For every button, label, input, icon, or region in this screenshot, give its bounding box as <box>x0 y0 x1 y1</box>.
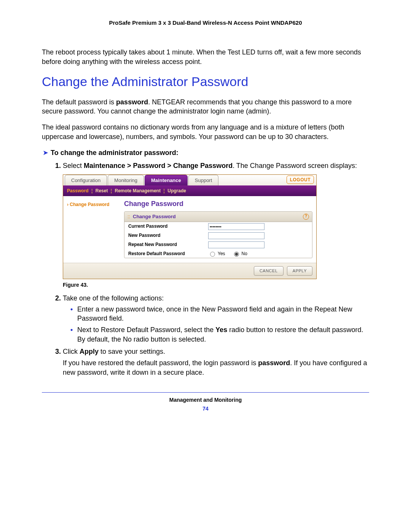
tab-support[interactable]: Support <box>188 175 219 185</box>
intro-paragraph: The reboot process typically takes about… <box>42 48 369 66</box>
change-password-panel: :: Change Password ? Current Password Ne… <box>124 211 312 258</box>
tab-configuration[interactable]: Configuration <box>65 175 107 185</box>
figure-caption: Figure 43. <box>63 281 369 289</box>
cancel-button[interactable]: CANCEL <box>254 266 284 276</box>
text-bold: Apply <box>80 348 99 355</box>
label-repeat-new-password: Repeat New Password <box>128 241 208 248</box>
text-bold: Yes <box>215 326 227 334</box>
subnav-remote-management[interactable]: Remote Management <box>115 188 161 193</box>
text-fragment: . The Change Password screen displays: <box>233 162 357 169</box>
button-row: CANCEL APPLY <box>63 263 316 279</box>
step-3-note: If you have restored the default passwor… <box>63 358 369 377</box>
text-bold: Maintenance > Password > Change Password <box>84 162 233 169</box>
text-fragment: Take one of the following actions: <box>63 294 164 302</box>
step-3: Click Apply to save your settings. If yo… <box>63 347 369 377</box>
panel-head-label: Change Password <box>133 214 176 219</box>
default-password-paragraph: The default password is password. NETGEA… <box>42 97 369 116</box>
current-password-input[interactable] <box>208 223 264 230</box>
step-2: Take one of the following actions: Enter… <box>63 294 369 343</box>
new-password-input[interactable] <box>208 232 264 239</box>
label-current-password: Current Password <box>128 223 208 229</box>
step-1: Select Maintenance > Password > Change P… <box>63 161 369 170</box>
restore-default-no-radio[interactable] <box>234 252 239 257</box>
sidebar-item-change-password[interactable]: › Change Password <box>65 200 119 209</box>
section-heading: Change the Administrator Password <box>42 73 369 91</box>
password-advice-paragraph: The ideal password contains no dictionar… <box>42 123 369 141</box>
document-header: ProSafe Premium 3 x 3 Dual-Band Wireless… <box>42 19 369 27</box>
procedure-heading: ➤ To change the administrator password: <box>42 148 369 157</box>
restore-default-yes-radio[interactable] <box>210 252 215 257</box>
text-fragment: If you have restored the default passwor… <box>63 359 258 367</box>
change-password-screenshot: Configuration Monitoring Maintenance Sup… <box>63 174 317 279</box>
text-bold: password <box>258 359 290 367</box>
help-icon[interactable]: ? <box>303 214 309 220</box>
text-fragment: Select <box>63 162 84 169</box>
chevron-right-icon: ➤ <box>42 148 49 157</box>
subnav-reset[interactable]: Reset <box>96 188 108 193</box>
logout-button[interactable]: LOGOUT <box>287 176 314 184</box>
procedure-heading-label: To change the administrator password: <box>51 149 178 157</box>
tabs-row: Configuration Monitoring Maintenance Sup… <box>63 175 316 186</box>
radio-label: Yes <box>218 251 225 257</box>
repeat-new-password-input[interactable] <box>208 241 264 248</box>
text-fragment: The default password is <box>42 98 116 106</box>
sidebar-item-label: Change Password <box>70 202 109 207</box>
separator-icon: ¦ <box>162 188 166 193</box>
text-fragment: Next to Restore Default Password, select… <box>77 326 215 334</box>
footer-section-name: Management and Monitoring <box>42 396 369 404</box>
text-fragment: to save your settings. <box>99 348 165 355</box>
panel-head-icon: :: <box>127 214 130 219</box>
bullet-restore-default: Next to Restore Default Password, select… <box>70 325 369 344</box>
apply-button[interactable]: APPLY <box>287 266 312 276</box>
subnav-bar: Password ¦ Reset ¦ Remote Management ¦ U… <box>63 186 316 196</box>
radio-label: No <box>242 251 247 257</box>
subnav-password[interactable]: Password <box>67 188 89 193</box>
footer-rule <box>42 392 369 393</box>
separator-icon: ¦ <box>109 188 113 193</box>
tab-monitoring[interactable]: Monitoring <box>108 175 144 185</box>
text-fragment: Click <box>63 348 80 355</box>
subnav-upgrade[interactable]: Upgrade <box>167 188 186 193</box>
bullet-enter-new-password: Enter a new password twice, once in the … <box>70 305 369 323</box>
label-restore-default: Restore Default Password <box>128 251 208 257</box>
text-bold: password <box>116 98 148 106</box>
restore-default-no[interactable]: No <box>232 251 247 257</box>
chevron-right-icon: › <box>67 202 68 207</box>
restore-default-yes[interactable]: Yes <box>208 251 225 257</box>
footer-page-number: 74 <box>42 405 369 412</box>
tab-maintenance[interactable]: Maintenance <box>145 175 188 185</box>
label-new-password: New Password <box>128 232 208 238</box>
separator-icon: ¦ <box>90 188 94 193</box>
panel-title: Change Password <box>124 199 312 208</box>
sidebar: › Change Password <box>63 196 121 263</box>
